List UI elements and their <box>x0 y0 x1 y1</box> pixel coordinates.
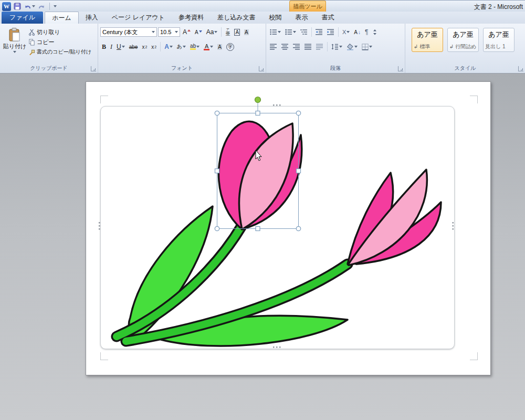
align-center-button[interactable] <box>280 42 290 51</box>
contextual-tool-label: 描画ツール <box>293 3 322 10</box>
shading-button[interactable] <box>345 42 359 51</box>
highlight-bar-icon <box>190 48 196 50</box>
paragraph-group-label: 段落 <box>266 65 405 72</box>
font-color-button[interactable]: A <box>202 42 215 51</box>
numbering-button[interactable] <box>284 27 298 37</box>
tulip-clipart[interactable] <box>101 107 454 349</box>
format-painter-button[interactable]: 書式のコピー/貼り付け <box>27 47 92 57</box>
phonetic-button[interactable]: あ <box>175 42 187 51</box>
document-area[interactable] <box>0 74 525 420</box>
highlight-color-button[interactable]: ab <box>188 42 201 51</box>
paragraph-dialog-launcher[interactable] <box>398 66 403 71</box>
tab-home[interactable]: ホーム <box>45 12 79 24</box>
undo-icon <box>24 3 32 10</box>
subscript-button[interactable]: x2 <box>140 42 149 51</box>
styles-group-label: スタイル <box>405 65 525 72</box>
styles-group: あア亜 ↲ 標準 あア亜 ↲ 行間詰め あア亜 見出し 1 スタイル <box>405 24 525 73</box>
font-name-value: Century (本文 <box>102 28 150 36</box>
tab-insert[interactable]: 挿入 <box>79 12 105 24</box>
text-effects-button[interactable]: A <box>163 42 174 51</box>
format-painter-label: 書式のコピー/貼り付け <box>37 48 91 56</box>
save-icon <box>14 3 21 10</box>
distribute-button[interactable] <box>314 42 325 51</box>
save-button[interactable] <box>14 3 21 10</box>
clipboard-dialog-launcher[interactable] <box>91 66 96 71</box>
justify-icon <box>304 44 312 50</box>
font-name-combo[interactable]: Century (本文 <box>100 27 157 37</box>
multilevel-list-button[interactable] <box>299 27 309 37</box>
show-formatting-marks-button[interactable]: ¶ <box>363 27 370 37</box>
decrease-indent-button[interactable] <box>314 27 324 37</box>
cut-icon <box>28 29 35 36</box>
borders-icon <box>362 44 369 50</box>
line-spacing-button[interactable] <box>330 42 344 51</box>
text-boundary-corner-mark <box>470 352 478 360</box>
undo-dropdown-icon[interactable] <box>32 5 35 7</box>
style-chip-no-spacing[interactable]: あア亜 ↲ 行間詰め <box>447 28 479 52</box>
font-dialog-launcher[interactable] <box>259 66 264 71</box>
font-size-dropdown-icon[interactable] <box>175 31 178 33</box>
customize-qat-button[interactable] <box>54 5 57 7</box>
font-size-combo[interactable]: 10.5 <box>158 27 180 37</box>
paste-dropdown-icon <box>13 51 16 53</box>
style-name: 標準 <box>419 44 430 49</box>
styles-dialog-launcher[interactable] <box>518 66 523 71</box>
tab-format[interactable]: 書式 <box>315 12 341 24</box>
font-group: Century (本文 10.5 A A Aa ア <box>98 24 266 73</box>
copy-icon <box>28 39 35 46</box>
change-case-button[interactable]: Aa <box>205 27 219 37</box>
style-mark: ↲ <box>414 44 418 49</box>
redo-button[interactable] <box>38 3 46 10</box>
justify-button[interactable] <box>303 42 313 51</box>
align-right-button[interactable] <box>291 42 302 51</box>
multilevel-icon <box>300 29 308 35</box>
tab-page-layout[interactable]: ページ レイアウト <box>105 12 172 24</box>
tab-view[interactable]: 表示 <box>289 12 315 24</box>
increase-indent-button[interactable] <box>326 27 336 37</box>
character-shading-button[interactable]: A <box>216 42 224 51</box>
style-mark: ↲ <box>449 44 454 49</box>
shrink-font-button[interactable]: A <box>193 27 204 37</box>
bold-button[interactable]: B <box>100 42 108 51</box>
sort-button[interactable]: A ↓ <box>352 27 362 37</box>
align-left-button[interactable] <box>268 42 279 51</box>
clipboard-group-label: クリップボード <box>0 65 98 72</box>
document-page[interactable] <box>86 81 491 375</box>
enclose-characters-button[interactable]: 字 <box>225 42 236 51</box>
style-chip-heading1[interactable]: あア亜 見出し 1 <box>483 28 514 52</box>
paragraph-group: X A ↓ ¶ <box>266 24 405 73</box>
asian-layout-button[interactable]: X <box>341 27 351 37</box>
copy-button[interactable]: コピー <box>27 37 92 47</box>
style-preview: あア亜 <box>449 30 477 39</box>
tab-references[interactable]: 参考資料 <box>172 12 211 24</box>
align-center-icon <box>281 44 289 50</box>
paste-icon <box>8 27 22 42</box>
cut-button[interactable]: 切り取り <box>27 27 92 37</box>
distribute-icon <box>316 44 323 50</box>
grow-font-button[interactable]: A <box>181 27 192 37</box>
superscript-button[interactable]: x2 <box>150 42 158 51</box>
font-color-bar-icon <box>204 49 209 50</box>
font-name-dropdown-icon[interactable] <box>152 31 155 33</box>
format-painter-icon <box>28 49 35 56</box>
character-border-button[interactable]: A <box>233 27 242 37</box>
bullets-button[interactable] <box>268 27 282 37</box>
word-logo[interactable]: W <box>2 2 11 11</box>
borders-button[interactable] <box>360 42 374 51</box>
drawing-canvas[interactable] <box>100 106 455 349</box>
font-group-label: フォント <box>98 65 266 72</box>
style-scroll-buttons[interactable] <box>371 27 379 37</box>
character-shading-small-button[interactable]: A <box>243 27 250 37</box>
undo-button[interactable] <box>24 3 35 10</box>
tab-file[interactable]: ファイル <box>2 12 43 24</box>
paste-button[interactable]: 貼り付け <box>2 27 27 65</box>
tab-mailings[interactable]: 差し込み文書 <box>211 12 262 24</box>
italic-button[interactable]: I <box>109 42 114 51</box>
tab-review[interactable]: 校閲 <box>262 12 289 24</box>
strikethrough-button[interactable]: abe <box>128 42 140 51</box>
window-title: 文書 2 - Microsoft <box>474 3 523 12</box>
ruby-button[interactable]: ア 亜 <box>224 27 232 37</box>
style-name: 行間詰め <box>455 44 476 49</box>
underline-button[interactable]: U <box>115 42 127 51</box>
style-chip-normal[interactable]: あア亜 ↲ 標準 <box>412 28 443 52</box>
